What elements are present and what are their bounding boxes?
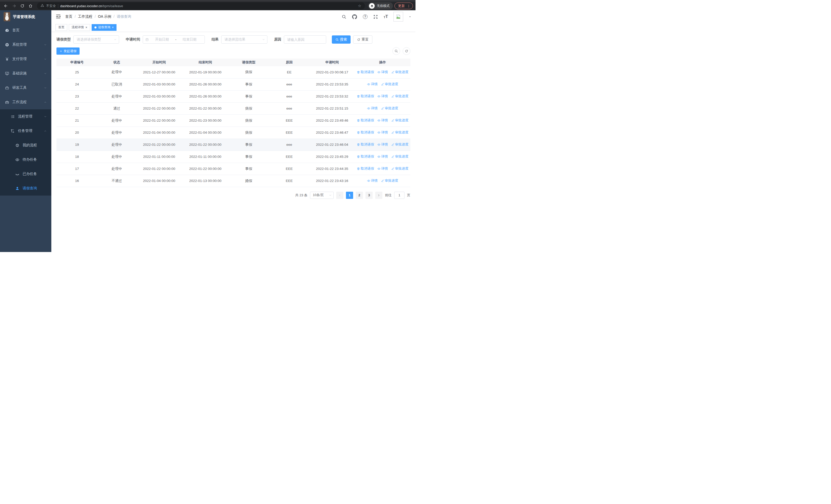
sidebar-item-todo-tasks[interactable]: 待办任务 [0,152,51,167]
detail-link[interactable]: 详情 [377,142,388,147]
result-select[interactable]: 请选择流结果 [221,35,267,43]
sidebar-item-home[interactable]: 首页 [0,23,51,37]
approval-progress-link[interactable]: 审批进度 [381,82,398,87]
next-page-button[interactable] [375,192,382,199]
cell-start: 2022-01-22 00:00:00 [136,139,182,151]
trash-icon [357,70,360,74]
page-size-select[interactable]: 10条/页 [310,192,334,199]
incognito-label: 无痕模式 [377,4,390,8]
cell-type: 病假 [228,66,269,78]
approval-progress-link[interactable]: 审批进度 [391,166,408,171]
close-tab-icon[interactable] [112,26,114,29]
cancel-leave-link[interactable]: 取消请假 [357,130,374,135]
detail-link[interactable]: 详情 [377,118,388,123]
eye-icon [367,107,370,110]
collapse-sidebar-button[interactable] [55,13,62,20]
page-button-3[interactable]: 3 [366,192,373,199]
detail-link[interactable]: 详情 [377,130,388,135]
sidebar-item-infrastructure[interactable]: 基础设施 [0,66,51,81]
cell-start: 2022-01-22 00:00:00 [136,163,182,175]
sidebar-item-process-management[interactable]: 流程管理 [0,109,51,124]
apply-time-range-picker[interactable]: 开始日期 - 结束日期 [143,35,205,43]
font-size-icon[interactable] [384,14,388,19]
cell-id: 25 [56,66,97,78]
approval-progress-link[interactable]: 审批进度 [381,106,398,111]
column-reason: 原因 [269,59,310,66]
approval-progress-link[interactable]: 审批进度 [391,142,408,147]
update-button[interactable]: 更新 [395,3,413,9]
reset-button[interactable]: 重置 [353,35,372,43]
page-button-1[interactable]: 1 [346,192,353,199]
help-icon[interactable] [363,14,368,19]
approval-progress-link[interactable]: 审批进度 [391,154,408,159]
detail-link[interactable]: 详情 [377,70,388,75]
sidebar-item-leave-query[interactable]: 请假查询 [0,181,51,196]
create-leave-button[interactable]: 发起请假 [56,48,80,55]
sidebar-item-done-tasks[interactable]: 已办任务 [0,167,51,181]
search-button[interactable]: 搜索 [332,35,350,43]
fullscreen-icon[interactable] [373,14,378,19]
tab-home[interactable]: 首页 [55,24,67,31]
close-tab-icon[interactable] [85,26,87,29]
leave-type-select[interactable]: 请选择请假类型 [74,35,119,43]
chevron-down-icon[interactable] [408,16,411,18]
sidebar-item-workflow[interactable]: 工作流程 [0,95,51,109]
cancel-leave-link[interactable]: 取消请假 [357,118,374,123]
approval-progress-link[interactable]: 审批进度 [381,178,398,183]
approval-progress-link[interactable]: 审批进度 [391,118,408,123]
page-button-2[interactable]: 2 [356,192,363,199]
detail-link[interactable]: 详情 [377,154,388,159]
detail-link[interactable]: 详情 [367,82,378,87]
cancel-leave-link[interactable]: 取消请假 [357,142,374,147]
bookmark-star-icon[interactable] [358,4,361,8]
cell-status: 处理中 [97,139,136,151]
cancel-leave-link[interactable]: 取消请假 [357,166,374,171]
refresh-table-button[interactable] [403,47,410,55]
column-end-time: 结束时间 [182,59,228,66]
menu-kebab-icon[interactable] [407,4,410,8]
trash-icon [357,143,360,146]
detail-link[interactable]: 详情 [367,106,378,111]
cancel-leave-link[interactable]: 取消请假 [357,70,374,75]
back-button[interactable] [3,3,9,9]
address-bar[interactable]: 不安全 dashboard.yudao.iocoder.cn/bpm/oa/le… [37,2,365,9]
pen-icon [391,70,395,74]
table-row: 21处理中2022-01-22 00:00:002022-01-23 00:00… [56,114,410,126]
show-search-button[interactable] [393,47,400,55]
forward-button[interactable] [11,3,18,9]
github-icon[interactable] [352,14,357,19]
detail-link[interactable]: 详情 [377,166,388,171]
search-icon[interactable] [342,14,347,19]
cell-status: 处理中 [97,163,136,175]
sidebar-item-dev-tools[interactable]: 研发工具 [0,81,51,95]
browser-toolbar: 不安全 dashboard.yudao.iocoder.cn/bpm/oa/le… [0,0,416,10]
sidebar-item-task-management[interactable]: 任务管理 [0,124,51,138]
prev-page-button[interactable] [336,192,343,199]
breadcrumb-item-oa-example[interactable]: OA 示例 [98,14,117,19]
cell-operations: 取消请假详情审批进度 [355,114,410,126]
approval-progress-link[interactable]: 审批进度 [391,70,408,75]
cell-type: 病假 [228,126,269,139]
goto-page-input[interactable] [394,192,404,199]
sidebar-item-payment[interactable]: 支付管理 [0,52,51,66]
breadcrumb-item-home[interactable]: 首页 [65,14,78,19]
cell-status: 不通过 [97,175,136,187]
sidebar-item-my-process[interactable]: 我的流程 [0,138,51,152]
detail-link[interactable]: 详情 [367,178,378,183]
tab-leave-query[interactable]: 请假查询 [92,24,116,31]
reason-input[interactable] [284,35,326,43]
approval-progress-link[interactable]: 审批进度 [391,94,408,98]
cancel-leave-link[interactable]: 取消请假 [357,94,374,98]
breadcrumb-item-workflow[interactable]: 工作流程 [78,14,98,19]
approval-progress-link[interactable]: 审批进度 [391,130,408,135]
home-button[interactable] [27,3,34,9]
reload-button[interactable] [19,3,26,9]
sidebar-item-system[interactable]: 系统管理 [0,37,51,52]
apply-time-label: 申请时间 [126,37,140,42]
cell-reason: eee [269,102,310,114]
avatar[interactable] [394,12,403,22]
cancel-leave-link[interactable]: 取消请假 [357,154,374,159]
cell-reason: EEE [269,175,310,187]
detail-link[interactable]: 详情 [377,94,388,98]
tab-process-detail[interactable]: 流程详情 [69,24,90,31]
